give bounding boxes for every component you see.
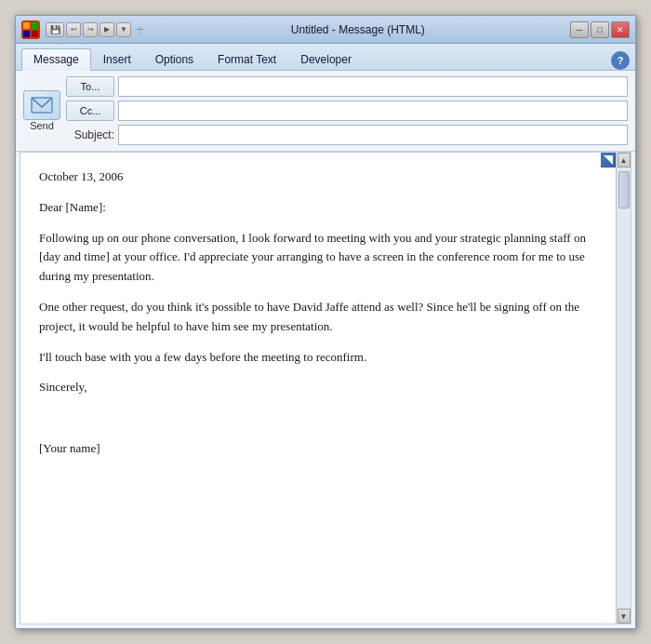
svg-rect-0	[23, 22, 30, 29]
cc-input[interactable]	[118, 101, 628, 121]
subject-row: Subject:	[66, 125, 628, 145]
tab-developer[interactable]: Developer	[288, 48, 364, 70]
undo-button[interactable]: ↩	[66, 22, 81, 37]
scroll-up-button[interactable]: ▲	[618, 153, 631, 168]
window-controls: ─ □ ✕	[570, 21, 630, 38]
cc-button[interactable]: Cc...	[66, 101, 114, 121]
redo-button[interactable]: ↪	[83, 22, 98, 37]
app-logo	[21, 20, 40, 39]
ribbon: Message Insert Options Format Text Devel…	[16, 44, 635, 71]
ribbon-tabs: Message Insert Options Format Text Devel…	[16, 44, 635, 70]
cc-row: Cc...	[66, 101, 628, 121]
help-button[interactable]: ?	[611, 51, 630, 70]
outlook-window: 💾 ↩ ↪ ▶ ▼ ÷ Untitled - Message (HTML) ─ …	[15, 15, 636, 629]
email-paragraph1: Following up on our phone conversation, …	[39, 229, 597, 287]
svg-marker-5	[604, 155, 613, 165]
separator: ÷	[137, 22, 144, 37]
svg-rect-1	[32, 22, 38, 29]
save-button[interactable]: 💾	[46, 22, 64, 37]
quick-access-toolbar: 💾 ↩ ↪ ▶ ▼	[46, 22, 131, 37]
title-bar: 💾 ↩ ↪ ▶ ▼ ÷ Untitled - Message (HTML) ─ …	[16, 16, 635, 44]
email-body[interactable]: October 13, 2006 Dear [Name]: Following …	[20, 153, 616, 624]
email-paragraph3: I'll touch base with you a few days befo…	[39, 348, 597, 368]
scrollbar[interactable]: ▲ ▼	[616, 153, 631, 624]
send-icon[interactable]	[23, 90, 60, 120]
email-body-wrapper: October 13, 2006 Dear [Name]: Following …	[20, 152, 631, 624]
email-header: Send To... Cc... Subject:	[16, 71, 635, 152]
tab-format-text[interactable]: Format Text	[206, 48, 288, 70]
close-button[interactable]: ✕	[611, 21, 630, 38]
to-button[interactable]: To...	[66, 76, 114, 97]
to-row: To...	[66, 76, 628, 97]
scroll-track[interactable]	[618, 168, 631, 609]
to-input[interactable]	[118, 76, 628, 97]
email-signature-space	[39, 409, 597, 428]
to-cc-row: Send To... Cc... Subject:	[23, 76, 628, 145]
scroll-thumb[interactable]	[618, 171, 630, 208]
subject-input[interactable]	[118, 125, 628, 145]
email-date: October 13, 2006	[39, 168, 597, 187]
dropdown-button[interactable]: ▼	[116, 22, 131, 37]
window-title: Untitled - Message (HTML)	[150, 23, 566, 36]
restore-button[interactable]: □	[591, 21, 609, 38]
svg-rect-3	[32, 31, 38, 37]
minimize-button[interactable]: ─	[570, 21, 589, 38]
corner-icon[interactable]	[601, 153, 616, 168]
tab-insert[interactable]: Insert	[91, 48, 143, 70]
scroll-down-button[interactable]: ▼	[618, 609, 631, 624]
email-greeting: Dear [Name]:	[39, 198, 597, 218]
email-signature: [Your name]	[39, 439, 597, 459]
send-block: Send	[23, 90, 60, 131]
subject-label: Subject:	[66, 128, 114, 141]
fields-area: To... Cc... Subject:	[66, 76, 628, 145]
forward-button[interactable]: ▶	[100, 22, 114, 37]
tab-options[interactable]: Options	[143, 48, 206, 70]
svg-rect-2	[23, 31, 30, 37]
email-closing: Sincerely,	[39, 378, 597, 397]
send-label[interactable]: Send	[30, 120, 54, 131]
email-paragraph2: One other request, do you think it's pos…	[39, 298, 597, 337]
tab-message[interactable]: Message	[21, 48, 91, 71]
